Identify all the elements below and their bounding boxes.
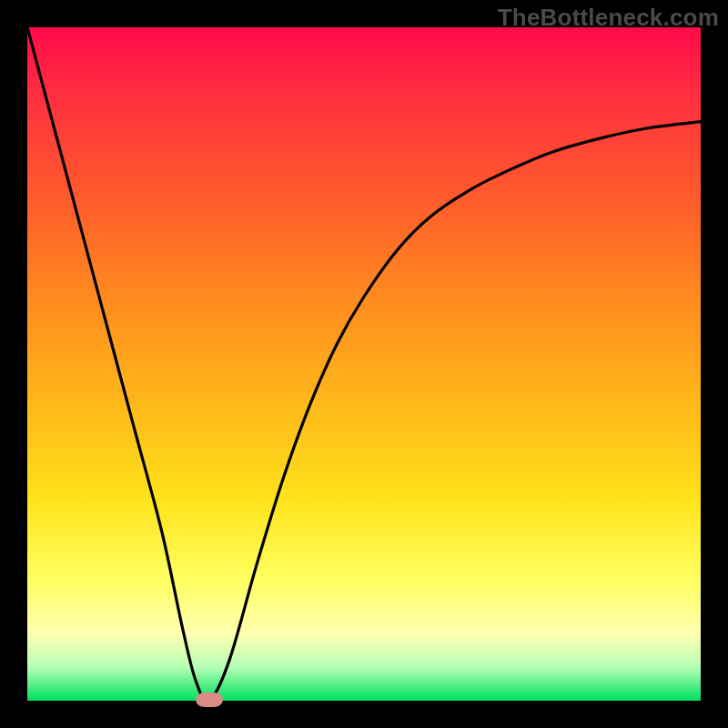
chart-frame: TheBottleneck.com — [0, 0, 728, 728]
plot-area — [27, 27, 701, 701]
bottleneck-curve — [27, 27, 701, 701]
minimum-marker — [196, 693, 223, 707]
